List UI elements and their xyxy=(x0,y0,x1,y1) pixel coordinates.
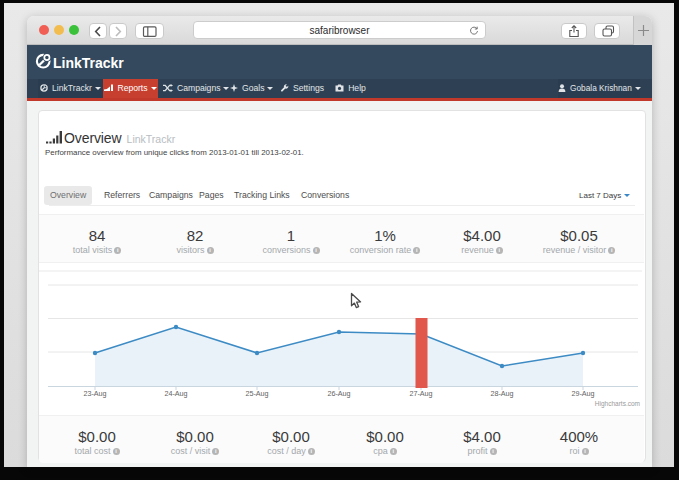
svg-text:26-Aug: 26-Aug xyxy=(327,389,350,398)
svg-text:23-Aug: 23-Aug xyxy=(83,389,106,398)
svg-text:Highcharts.com: Highcharts.com xyxy=(595,400,640,408)
svg-text:28-Aug: 28-Aug xyxy=(490,389,513,398)
svg-text:27-Aug: 27-Aug xyxy=(409,389,432,398)
svg-text:25-Aug: 25-Aug xyxy=(245,389,268,398)
svg-text:29-Aug: 29-Aug xyxy=(571,389,594,398)
svg-text:24-Aug: 24-Aug xyxy=(164,389,187,398)
